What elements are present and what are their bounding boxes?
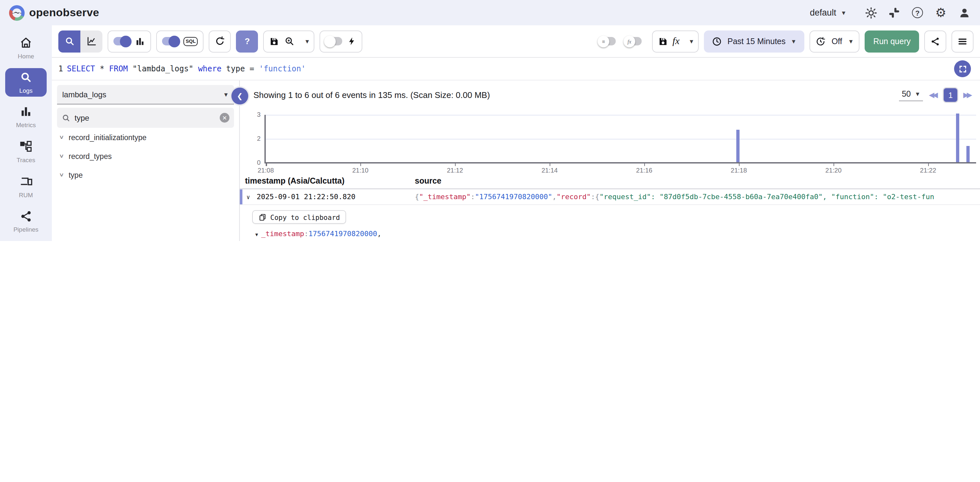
search-mode-tab[interactable]	[58, 30, 80, 52]
stream-selector[interactable]: lambda_logs ▼	[57, 85, 234, 104]
histogram-bar[interactable]	[736, 130, 739, 162]
prev-page-button[interactable]: ◀◀	[929, 91, 938, 99]
sidebar-item-label: RUM	[19, 192, 33, 199]
sql-editor[interactable]: 1 SELECT * FROM "lambda_logs" where type…	[52, 58, 980, 80]
slack-icon[interactable]	[887, 6, 901, 19]
sidebar-item-label: Traces	[16, 156, 35, 164]
sidebar-item-traces[interactable]: Traces	[1, 134, 51, 169]
field-item-type[interactable]: ∨type	[57, 165, 234, 184]
sidebar-item-label: Pipelines	[13, 227, 38, 233]
sql-mode-group: SQL	[156, 30, 204, 52]
fx-toggle[interactable]: fx	[625, 37, 641, 45]
table-row[interactable]: ∨2025-09-01 21:22:50.820{"_timestamp":"1…	[240, 189, 980, 205]
logs-icon	[19, 70, 32, 86]
time-range-label: Past 15 Minutes	[727, 37, 786, 46]
reset-filters-button[interactable]	[209, 30, 231, 52]
fullscreen-icon	[958, 65, 967, 73]
x-axis-label: 21:08	[258, 167, 274, 174]
rum-icon	[19, 174, 33, 191]
copy-icon	[259, 213, 266, 221]
x-axis-label: 21:10	[352, 167, 369, 174]
run-query-button[interactable]: Run query	[865, 30, 919, 52]
log-table: timestamp (Asia/Calcutta) source ∨2025-0…	[240, 173, 980, 241]
sidebar-item-logs[interactable]: Logs	[5, 68, 47, 97]
histogram-bar[interactable]	[966, 146, 969, 162]
field-name: record_types	[69, 152, 112, 160]
field-search-box: ✕	[57, 108, 234, 128]
view-mode-segment	[58, 30, 102, 52]
sidebar-item-pipelines[interactable]: Pipelines	[1, 204, 51, 239]
results-summary: Showing 1 to 6 out of 6 events in 135 ms…	[253, 90, 490, 100]
x-axis-label: 21:14	[541, 167, 558, 174]
sidebar-item-label: Home	[18, 53, 34, 60]
field-item-record_types[interactable]: ∨record_types	[57, 147, 234, 165]
page-size-selector[interactable]: 50 ▼	[899, 89, 923, 101]
chevron-down-icon: ∨	[59, 153, 64, 159]
svg-text:✶: ✶	[287, 38, 291, 43]
save-function-icon[interactable]	[657, 36, 668, 46]
sidebar-item-label: Logs	[19, 87, 32, 94]
hamburger-icon	[957, 36, 968, 46]
histogram-toggle[interactable]	[113, 37, 130, 45]
sidebar-item-home[interactable]: Home	[1, 30, 51, 65]
query-help-button[interactable]: ?	[236, 30, 258, 52]
quick-mode-toggle[interactable]	[326, 37, 342, 45]
field-search-input[interactable]	[75, 113, 216, 122]
function-dropdown[interactable]: ▼	[685, 30, 699, 52]
help-icon[interactable]: ?	[911, 6, 924, 19]
field-name: type	[69, 171, 83, 179]
sql-badge-icon: SQL	[183, 37, 198, 46]
sidebar-nav: HomeLogsMetricsTracesRUMPipelinesDashboa…	[0, 25, 52, 241]
theme-sun-icon[interactable]	[864, 6, 878, 19]
traces-icon	[19, 140, 32, 155]
organization-selector[interactable]: default ▼	[810, 8, 846, 18]
fx-icon: fx	[673, 36, 679, 47]
wrap-lines-toggle[interactable]: ≡	[598, 37, 616, 45]
x-axis-label: 21:22	[920, 167, 936, 174]
x-axis-label: 21:12	[447, 167, 463, 174]
copy-to-clipboard-button[interactable]: Copy to clipboard	[252, 210, 347, 224]
time-range-selector[interactable]: Past 15 Minutes ▼	[704, 30, 804, 52]
sidebar-item-metrics[interactable]: Metrics	[1, 99, 51, 134]
sidebar-item-dashboards[interactable]: Dashboards	[1, 239, 51, 241]
collapse-fields-panel-button[interactable]: ❮	[231, 88, 248, 104]
sidebar-item-rum[interactable]: RUM	[1, 169, 51, 204]
next-page-button[interactable]: ▶▶	[963, 91, 972, 99]
metrics-icon	[19, 105, 32, 120]
home-icon	[19, 36, 32, 51]
menu-button[interactable]	[951, 30, 974, 52]
clear-search-icon[interactable]: ✕	[220, 113, 229, 123]
stream-name: lambda_logs	[62, 90, 106, 99]
column-header-source[interactable]: source	[415, 176, 441, 185]
account-icon[interactable]	[957, 6, 971, 19]
chevron-down-icon[interactable]: ▼	[252, 231, 261, 239]
sql-mode-toggle[interactable]	[162, 37, 179, 45]
clock-icon	[712, 36, 722, 46]
visualize-mode-tab[interactable]	[80, 30, 102, 52]
field-item-record_initializationtype[interactable]: ∨record_initializationtype	[57, 128, 234, 147]
pagination: 50 ▼ ◀◀ 1 ▶▶	[899, 88, 972, 102]
editor-fullscreen-button[interactable]	[954, 60, 971, 77]
settings-gear-icon[interactable]: ⚙	[934, 6, 948, 19]
organization-name: default	[810, 8, 836, 18]
column-header-timestamp[interactable]: timestamp (Asia/Calcutta)	[240, 176, 415, 185]
chevron-down-icon: ∨	[59, 134, 64, 140]
caret-down-icon: ▼	[848, 38, 854, 45]
quick-mode-group	[320, 30, 363, 52]
auto-refresh-selector[interactable]: Off ▼	[810, 30, 860, 52]
sql-query-text: SELECT * FROM "lambda_logs" where type =…	[67, 64, 305, 73]
field-list: ∨record_initializationtype∨record_types∨…	[57, 128, 234, 184]
share-button[interactable]	[924, 30, 946, 52]
current-page[interactable]: 1	[944, 88, 957, 102]
save-icon[interactable]	[269, 36, 280, 46]
field-name: record_initializationtype	[69, 133, 146, 141]
histogram-bar[interactable]	[956, 113, 959, 162]
saved-search-icon[interactable]: ✶	[284, 36, 295, 47]
histogram-chart[interactable]: 32021:0821:1021:1221:1421:1621:1821:2021…	[240, 110, 980, 173]
x-axis-label: 21:16	[636, 167, 652, 174]
saved-search-group: ✶	[264, 30, 301, 52]
copy-label: Copy to clipboard	[270, 213, 340, 221]
saved-search-dropdown[interactable]: ▼	[301, 30, 315, 52]
app-window: -〜- openobserve default ▼	[0, 0, 980, 241]
question-icon: ?	[241, 35, 253, 47]
